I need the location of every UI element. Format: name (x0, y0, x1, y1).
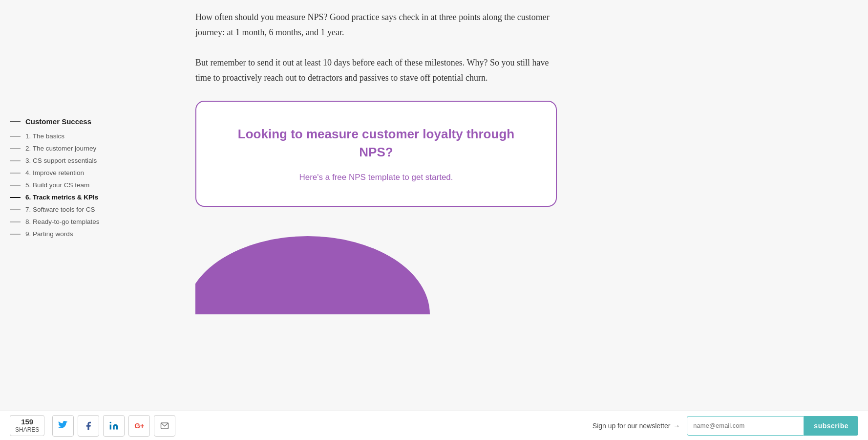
linkedin-share-button[interactable] (103, 415, 125, 437)
sidebar-item-8[interactable]: 8. Ready-to-go templates (10, 218, 156, 225)
facebook-share-button[interactable] (78, 415, 99, 437)
cta-box: Looking to measure customer loyalty thro… (195, 101, 557, 207)
sidebar-item-3[interactable]: 3. CS support essentials (10, 157, 156, 164)
svg-point-0 (110, 421, 111, 423)
cta-link[interactable]: Here's a free NPS template to get starte… (299, 173, 453, 182)
cta-title: Looking to measure customer loyalty thro… (226, 125, 527, 161)
subscribe-button[interactable]: subscribe (804, 416, 858, 436)
twitter-share-button[interactable] (52, 415, 74, 437)
sidebar-item-4-label: 4. Improve retention (25, 169, 84, 176)
main-content: How often should you measure NPS? Good p… (156, 0, 596, 440)
sidebar-item-3-label: 3. CS support essentials (25, 157, 97, 164)
sidebar-item-5-label: 5. Build your CS team (25, 181, 89, 189)
google-plus-share-button[interactable]: G+ (128, 415, 150, 437)
sidebar-item-5[interactable]: 5. Build your CS team (10, 181, 156, 189)
shares-label: SHARES (15, 426, 39, 433)
arrow-icon: → (673, 422, 680, 430)
bottom-bar: 159 SHARES G+ Sign up for our newsletter… (0, 411, 868, 440)
newsletter-form: subscribe (687, 416, 858, 436)
sidebar-section-title: Customer Success (10, 117, 156, 126)
sidebar-item-1[interactable]: 1. The basics (10, 132, 156, 140)
newsletter-email-input[interactable] (687, 416, 804, 436)
sidebar-item-8-label: 8. Ready-to-go templates (25, 218, 100, 225)
paragraph-2: But remember to send it out at least 10 … (195, 55, 557, 85)
sidebar-item-7-label: 7. Software tools for CS (25, 206, 95, 213)
sidebar-item-6[interactable]: 6. Track metrics & KPIs (10, 194, 156, 201)
linkedin-icon (109, 421, 119, 431)
page-wrapper: Customer Success 1. The basics 2. The cu… (0, 0, 868, 440)
sidebar-item-2[interactable]: 2. The customer journey (10, 145, 156, 152)
sidebar-item-2-label: 2. The customer journey (25, 145, 96, 152)
sidebar-item-6-label: 6. Track metrics & KPIs (25, 194, 98, 201)
newsletter-section: Sign up for our newsletter → subscribe (593, 416, 858, 436)
sidebar-item-1-label: 1. The basics (25, 132, 64, 140)
twitter-icon (58, 421, 68, 431)
paragraph-1: How often should you measure NPS? Good p… (195, 10, 557, 40)
sidebar-item-9-label: 9. Parting words (25, 230, 73, 238)
newsletter-label: Sign up for our newsletter → (593, 422, 680, 430)
semicircle-decoration (195, 236, 557, 314)
facebook-icon (84, 421, 93, 431)
google-plus-icon: G+ (134, 421, 144, 430)
semicircle-shape (195, 236, 430, 314)
sidebar-item-9[interactable]: 9. Parting words (10, 230, 156, 238)
sidebar: Customer Success 1. The basics 2. The cu… (0, 0, 156, 440)
email-share-button[interactable] (154, 415, 175, 437)
shares-box: 159 SHARES (10, 415, 44, 436)
email-icon (160, 421, 169, 430)
shares-count: 159 (15, 418, 39, 426)
sidebar-item-4[interactable]: 4. Improve retention (10, 169, 156, 176)
sidebar-item-7[interactable]: 7. Software tools for CS (10, 206, 156, 213)
